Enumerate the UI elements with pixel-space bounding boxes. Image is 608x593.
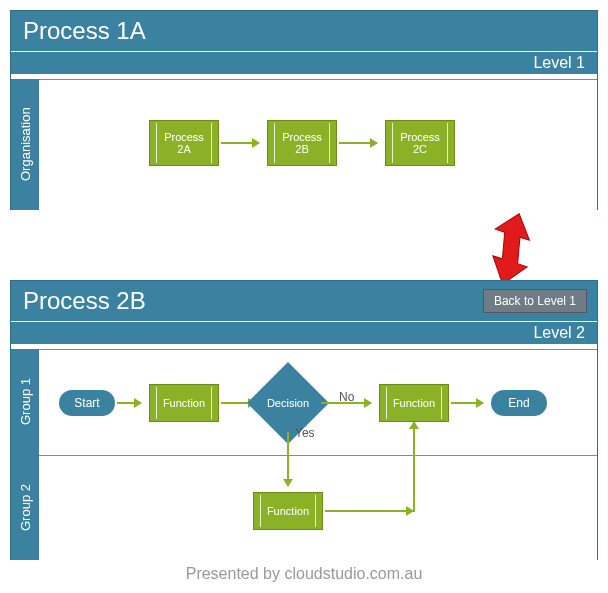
arrow-f3-right	[325, 510, 413, 512]
function-3-box: Function	[253, 492, 323, 530]
panel2-level: Level 2	[11, 321, 597, 344]
decision-diamond: Decision	[259, 374, 317, 432]
panel1-header: Process 1A	[11, 11, 597, 51]
panel1-level: Level 1	[11, 51, 597, 74]
start-terminator: Start	[59, 390, 115, 416]
panel1-lane-label: Organisation	[11, 79, 39, 210]
panel-level1: Process 1A Level 1 Organisation Process …	[10, 10, 598, 210]
drilldown-arrow-icon	[478, 212, 538, 284]
footer-credit: Presented by cloudstudio.com.au	[0, 565, 608, 583]
end-terminator: End	[491, 390, 547, 416]
svg-marker-0	[480, 212, 538, 284]
panel1-lane-body: Process 2A Process 2B Process 2C	[39, 79, 597, 210]
arrow-start-f1	[117, 402, 141, 404]
arrow-decision-f2	[321, 402, 371, 404]
panel2-lane1-label: Group 1	[11, 349, 39, 455]
panel2-lane2-body: Yes Function	[39, 455, 597, 560]
panel1-title: Process 1A	[23, 17, 585, 45]
panel-level2: Process 2B Back to Level 1 Level 2 Group…	[10, 280, 598, 560]
arrow-p2a-p2b	[221, 142, 259, 144]
arrow-f3-up	[413, 422, 415, 512]
arrow-p2b-p2c	[339, 142, 377, 144]
function-2-box: Function	[379, 384, 449, 422]
back-to-level1-button[interactable]: Back to Level 1	[483, 289, 587, 313]
arrow-f2-end	[451, 402, 483, 404]
process-2b-box: Process 2B	[267, 120, 337, 166]
process-2c-box: Process 2C	[385, 120, 455, 166]
process-2a-box: Process 2A	[149, 120, 219, 166]
arrow-decision-f3	[287, 432, 289, 486]
panel2-lane1-body: Start Function Decision No Function End	[39, 349, 597, 455]
function-1-box: Function	[149, 384, 219, 422]
panel2-lane2-label: Group 2	[11, 455, 39, 560]
yes-label: Yes	[295, 426, 315, 440]
panel2-header: Process 2B Back to Level 1	[11, 281, 597, 321]
